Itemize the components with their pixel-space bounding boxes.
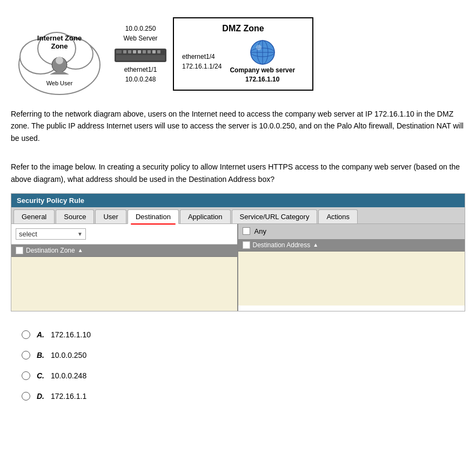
svg-point-25: [256, 45, 262, 50]
svg-rect-11: [123, 50, 126, 53]
tab-destination[interactable]: Destination: [128, 209, 179, 224]
svg-rect-12: [128, 50, 131, 53]
dmz-content: ethernet1/4 172.16.1.1/24 Company web se…: [182, 39, 295, 84]
globe-icon: [249, 39, 276, 66]
description-1: Referring to the network diagram above, …: [11, 108, 465, 144]
web-server-label: Company web server 172.16.1.10: [230, 66, 295, 84]
server-info: 10.0.0.250 Web Server: [123, 24, 157, 43]
zone-dropdown[interactable]: select ▼: [16, 228, 86, 240]
policy-header: Security Policy Rule: [11, 194, 465, 207]
svg-rect-13: [133, 50, 136, 53]
svg-rect-16: [148, 50, 151, 53]
answer-value-b: 10.0.0.250: [51, 351, 86, 359]
answer-letter-d: D.: [37, 392, 44, 401]
dmz-ethernet-info: ethernet1/4 172.16.1.1/24: [182, 52, 222, 71]
tab-user[interactable]: User: [95, 209, 126, 223]
answer-value-a: 172.16.1.10: [51, 330, 91, 339]
svg-rect-18: [157, 50, 160, 53]
destination-address-label: Destination Address: [253, 241, 311, 249]
svg-rect-15: [143, 50, 146, 53]
tab-actions[interactable]: Actions: [318, 209, 358, 223]
policy-tabs[interactable]: General Source User Destination Applicat…: [11, 207, 465, 224]
answer-option-d[interactable]: D. 172.16.1.1: [22, 392, 454, 401]
any-label: Any: [254, 227, 266, 235]
firewall-section: 10.0.0.250 Web Server ethernet1/1 10.0.0…: [113, 24, 167, 84]
addr-sort-icon: ▲: [313, 242, 318, 248]
radio-c[interactable]: [22, 371, 30, 380]
tab-source[interactable]: Source: [56, 209, 94, 223]
answer-choices: A. 172.16.1.10 B. 10.0.0.250 C. 10.0.0.2…: [11, 325, 465, 406]
answer-letter-b: B.: [37, 351, 44, 359]
answer-value-c: 10.0.0.248: [51, 371, 86, 380]
dmz-title: DMZ Zone: [182, 24, 304, 33]
ethernet-info: ethernet1/1 10.0.0.248: [124, 65, 157, 84]
destination-zone-table: [11, 257, 237, 311]
destination-zone-label: Destination Zone: [26, 247, 75, 254]
destination-address-table: [238, 252, 465, 306]
any-checkbox[interactable]: [243, 227, 250, 235]
svg-rect-19: [116, 55, 165, 60]
svg-text:Web User: Web User: [46, 80, 73, 86]
internet-zone: Internet Zone Zone Web User: [11, 11, 108, 97]
svg-text:Zone: Zone: [51, 42, 68, 50]
svg-point-7: [56, 57, 63, 64]
destination-address-header: Destination Address ▲: [238, 239, 465, 252]
addr-header-checkbox[interactable]: [243, 241, 250, 249]
tab-general[interactable]: General: [14, 209, 55, 223]
answer-option-a[interactable]: A. 172.16.1.10: [22, 330, 454, 339]
cloud-icon: Internet Zone Zone Web User: [11, 11, 108, 97]
web-server: Company web server 172.16.1.10: [230, 39, 295, 84]
dropdown-arrow-icon: ▼: [77, 231, 83, 237]
svg-rect-14: [138, 50, 141, 53]
policy-body: select ▼ Destination Zone ▲ Any Destinat…: [11, 224, 465, 311]
destination-zone-panel: select ▼ Destination Zone ▲: [11, 224, 238, 311]
radio-a[interactable]: [22, 330, 30, 339]
answer-value-d: 172.16.1.1: [51, 392, 86, 401]
any-row: Any: [238, 224, 465, 239]
tab-service-url[interactable]: Service/URL Category: [232, 209, 318, 223]
answer-letter-a: A.: [37, 330, 44, 339]
radio-d[interactable]: [22, 392, 30, 401]
destination-address-panel: Any Destination Address ▲: [238, 224, 465, 311]
zone-header-checkbox[interactable]: [16, 247, 23, 254]
security-policy-rule: Security Policy Rule General Source User…: [11, 193, 465, 311]
svg-rect-10: [116, 50, 122, 53]
dmz-zone: DMZ Zone ethernet1/4 172.16.1.1/24 Co: [173, 17, 313, 91]
svg-text:Internet
Zone: Internet Zone: [37, 34, 82, 42]
network-diagram: Internet Zone Zone Web User 10.0.0.250 W…: [11, 11, 465, 97]
zone-select-row[interactable]: select ▼: [11, 224, 237, 245]
answer-option-b[interactable]: B. 10.0.0.250: [22, 351, 454, 359]
zone-sort-icon: ▲: [78, 247, 83, 253]
description-2: Refer to the image below. In creating a …: [11, 161, 465, 185]
destination-zone-header: Destination Zone ▲: [11, 245, 237, 257]
radio-b[interactable]: [22, 351, 30, 359]
answer-option-c[interactable]: C. 10.0.0.248: [22, 371, 454, 380]
tab-application[interactable]: Application: [180, 209, 231, 223]
svg-rect-17: [152, 50, 156, 53]
zone-select-text: select: [19, 230, 77, 238]
answer-letter-c: C.: [37, 371, 44, 380]
firewall-icon: [113, 46, 167, 65]
